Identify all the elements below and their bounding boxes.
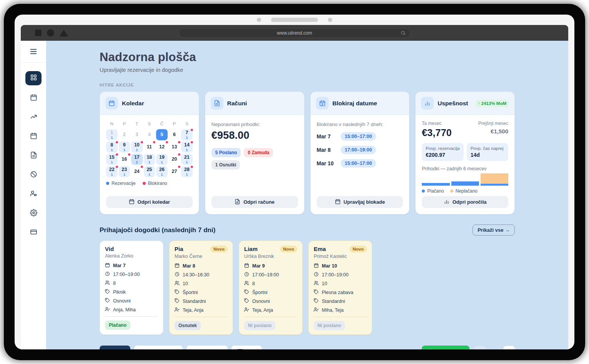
calendar-day[interactable]: 2 [119, 129, 130, 140]
event-date-row: Mar 7 [105, 263, 158, 269]
window-control-triangle[interactable] [60, 30, 68, 37]
calendar-day[interactable]: 91 [119, 141, 130, 153]
blocked-time-pill: 15:00–17:00 [341, 159, 376, 168]
open-calendar-button[interactable]: Odpri koledar [106, 196, 193, 208]
stat-label: Povp. čas naprej [471, 146, 504, 151]
window-control-square[interactable] [35, 30, 42, 36]
calendar-day[interactable]: 12 [156, 141, 168, 153]
calendar-day[interactable]: 27 [169, 166, 180, 177]
reservation-count: 1 [123, 173, 125, 176]
unpaid-revenue-amount: €958.00 [211, 130, 298, 141]
open-invoices-button[interactable]: Odpri račune [211, 196, 298, 208]
calendar-day[interactable]: 231 [119, 166, 130, 177]
calendar-day[interactable]: 251 [144, 166, 155, 177]
event-date: Mar 9 [252, 263, 265, 269]
tag-icon [105, 298, 110, 304]
calendar-day[interactable]: 11 [144, 141, 155, 153]
filter-button[interactable]: Vse (33) [100, 346, 130, 349]
clock-icon [175, 272, 180, 278]
event-guests: 8 [252, 281, 255, 286]
calendar-day[interactable]: 81 [106, 141, 118, 153]
calendar-day[interactable]: 261 [156, 166, 168, 177]
sidebar-item-documents[interactable] [25, 149, 42, 162]
event-status-badge: Osnutek [175, 321, 201, 330]
users-icon [244, 281, 249, 287]
sidebar-item-settings[interactable] [25, 207, 42, 220]
filter-button[interactable]: Pretekle (15) [186, 346, 228, 349]
calendar-day[interactable]: 181 [144, 154, 155, 165]
search-icon[interactable] [401, 30, 406, 35]
calendar-day[interactable]: 172 [131, 154, 143, 165]
blocked-dot [191, 129, 193, 131]
button-label: Upravljaj blokade [344, 199, 385, 205]
open-reports-button[interactable]: Odpri poročila [422, 196, 508, 208]
mom-growth-badge: ↑ 2413% MoM [475, 100, 509, 107]
card-title: Uspešnost [438, 100, 468, 107]
sidebar-item-analytics[interactable] [25, 111, 42, 124]
calendar-day[interactable]: 16 [119, 154, 130, 165]
event-package: Standardni [322, 299, 345, 304]
new-badge: Novo [349, 246, 367, 253]
calendar-day[interactable]: 5 [156, 129, 168, 140]
menu-button[interactable] [21, 41, 46, 63]
reservation-count: 2 [136, 161, 138, 164]
calendar-day[interactable]: 221 [106, 166, 118, 177]
event-card[interactable]: VidAlenka ZorkoMar 717:00–19:008PiknikOs… [100, 241, 163, 335]
tag-icon [175, 298, 180, 304]
blocked-dates-list: Mar 715:00–17:00Mar 817:00–19:00Mar 1015… [317, 132, 403, 168]
legend-dot [143, 182, 146, 185]
calendar-day[interactable]: 3 [131, 129, 143, 140]
calendar-day[interactable]: 191 [156, 154, 168, 165]
export-excel-button[interactable]: Izvozi Excel [422, 346, 469, 349]
filter-button[interactable]: Prihajajoče (18) [134, 346, 183, 349]
calendar-day[interactable]: 4 [144, 129, 155, 140]
calendar-day[interactable]: 11 [106, 129, 118, 140]
browser-window: www.uitrend.com [15, 15, 574, 349]
next-page-button[interactable] [503, 346, 515, 349]
invoice-badges: 5 Poslano0 Zamuda1 Osnutki [211, 148, 298, 170]
calendar-day[interactable]: 71 [181, 129, 193, 140]
calendar-day[interactable]: 13 [169, 141, 180, 153]
calendar-day[interactable]: 281 [181, 166, 193, 177]
calendar-day[interactable]: 141 [181, 141, 193, 153]
calendar-day[interactable]: 151 [106, 154, 118, 165]
filter-button[interactable]: Filtri [231, 346, 262, 349]
blocked-date: Mar 10 [317, 160, 337, 166]
prev-page-button[interactable] [474, 346, 486, 349]
invoices-card: Računi Neporavnani prihodki: €958.00 5 P… [205, 91, 304, 214]
sidebar-item-blocked[interactable] [25, 168, 42, 181]
event-event-type: Športni [252, 290, 268, 295]
calendar-day[interactable]: 6 [169, 129, 180, 140]
tag-icon [244, 289, 249, 296]
calendar-day[interactable]: 211 [181, 154, 193, 165]
sidebar-item-billing[interactable] [25, 226, 42, 239]
users-icon [175, 281, 180, 287]
handle-dot-left [257, 18, 261, 22]
url-bar[interactable]: www.uitrend.com [178, 28, 411, 38]
clock-icon [244, 272, 249, 278]
event-card[interactable]: EmaNovoPrimož KastelicMar 1017:00–19:001… [308, 241, 372, 335]
event-status-badge: Ni poslano [314, 321, 345, 330]
event-card[interactable]: PiaNovoMarko ČerneMar 814:30–16:3010Špor… [169, 241, 233, 335]
tag-icon [244, 298, 249, 304]
reservation-count: 1 [136, 148, 138, 152]
calendar-day-header: P [169, 120, 180, 128]
sidebar-item-users[interactable] [25, 188, 42, 201]
event-time-row: 17:00–19:00 [314, 272, 367, 278]
filter-label: Prihajajoče (18) [140, 349, 177, 350]
prev-month-label: Prejšnji mesec [478, 121, 508, 126]
window-control-circle[interactable] [47, 29, 54, 37]
blocked-dot [141, 141, 143, 143]
tag-icon [175, 289, 180, 296]
sidebar-item-calendar[interactable] [25, 91, 42, 105]
calendar-day[interactable]: 24 [131, 166, 143, 177]
manage-blocks-button[interactable]: Upravljaj blokade [317, 196, 403, 208]
calendar-day[interactable]: 20 [169, 154, 180, 165]
sidebar-item-bookings[interactable] [25, 130, 42, 143]
event-card[interactable]: LiamNovoUrška BreznikMar 917:00–19:008Šp… [239, 241, 303, 335]
reservation-count: 1 [123, 148, 125, 152]
calendar-day[interactable]: 101 [131, 141, 143, 153]
show-all-button[interactable]: Prikaži vse → [473, 224, 515, 236]
sidebar-item-dashboard[interactable] [25, 71, 42, 85]
blocked-dot [191, 141, 193, 143]
